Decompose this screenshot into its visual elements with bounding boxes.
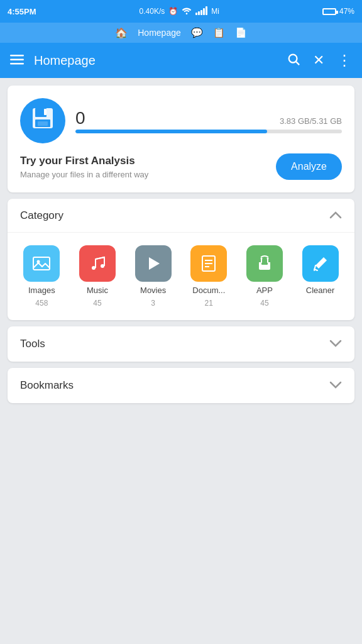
svg-rect-2 [10,58,24,60]
cleaner-label: Cleaner [306,286,335,295]
docs-label: Docum... [192,286,225,295]
category-toggle-icon[interactable] [329,209,342,222]
app-title: Homepage [34,53,277,68]
tools-card: Tools [8,326,354,362]
main-content: 0 3.83 GB/5.31 GB Try your First Analysi… [0,78,362,411]
images-count: 458 [35,299,48,308]
svg-point-25 [266,258,268,260]
category-title: Category [20,209,63,222]
svg-point-23 [260,258,262,260]
svg-line-5 [296,62,299,65]
cleaner-icon-wrapper [302,245,339,282]
svg-point-14 [101,264,104,268]
header-actions: ✕ ⋮ [287,52,352,69]
analysis-title: Try your First Analysis [20,155,148,167]
status-center: 0.40K/s ⏰ Mi [140,6,219,17]
bookmarks-header[interactable]: Bookmarks [8,368,354,403]
music-label: Music [87,286,108,295]
homepage-notif-label: Homepage [138,28,181,38]
svg-rect-10 [38,121,48,126]
docs-count: 21 [205,299,213,308]
signal-icon [195,6,207,17]
battery-percent: 47% [339,7,354,16]
storage-card: 0 3.83 GB/5.31 GB Try your First Analysi… [8,86,354,192]
status-right: 47% [322,7,354,16]
storage-header: 0 3.83 GB/5.31 GB [20,98,342,143]
svg-point-13 [92,266,96,270]
movies-count: 3 [151,299,155,308]
app-count: 45 [260,299,268,308]
bookmarks-title: Bookmarks [20,379,74,392]
docs-icon-wrapper [190,245,227,282]
category-card: Category Images 458 [8,199,354,320]
music-icon-wrapper [79,245,116,282]
images-label: Images [28,286,55,295]
category-item-movies[interactable]: Movies 3 [131,245,175,308]
category-item-images[interactable]: Images 458 [19,245,63,308]
analysis-section: Try your First Analysis Manage your file… [20,153,342,180]
app-label: APP [256,286,273,295]
tools-toggle-icon[interactable] [329,338,342,350]
svg-line-15 [96,257,104,259]
music-count: 45 [93,299,101,308]
storage-total: 3.83 GB/5.31 GB [280,116,342,126]
svg-point-0 [186,13,188,14]
menu-icon[interactable] [10,53,24,68]
home-notif-icon: 🏠 [115,27,128,39]
search-icon[interactable] [287,52,300,69]
analysis-text: Try your First Analysis Manage your file… [20,155,148,179]
alarm-icon: ⏰ [168,7,178,16]
images-icon-wrapper [23,245,60,282]
svg-rect-1 [10,55,24,57]
category-grid: Images 458 Music 45 [8,233,354,320]
bookmarks-toggle-icon[interactable] [329,380,342,391]
svg-rect-8 [44,109,47,115]
category-item-documents[interactable]: Docum... 21 [187,245,231,308]
analyze-button[interactable]: Analyze [276,153,342,180]
analysis-subtitle: Manage your files in a different way [20,170,148,179]
movies-label: Movies [140,286,166,295]
close-icon[interactable]: ✕ [313,52,324,69]
battery-icon [322,8,336,15]
app-icon-wrapper [246,245,283,282]
chat-icon2: 📋 [213,27,225,38]
movies-icon-wrapper [135,245,172,282]
svg-rect-3 [10,63,24,65]
storage-bar-fill [75,130,267,133]
bookmarks-card: Bookmarks [8,368,354,403]
storage-icon-circle [20,98,65,143]
wifi-icon [182,7,192,16]
files-icon: 📄 [235,27,247,38]
network-speed: 0.40K/s [140,7,165,16]
more-icon[interactable]: ⋮ [337,53,352,68]
svg-point-4 [289,54,297,62]
app-header: Homepage ✕ ⋮ [0,43,362,78]
storage-right-info: 0 3.83 GB/5.31 GB [75,108,342,133]
category-item-music[interactable]: Music 45 [75,245,119,308]
notif-bar: 🏠 Homepage 💬 📋 📄 [0,23,362,43]
svg-rect-21 [261,262,268,265]
category-header[interactable]: Category [8,199,354,233]
storage-used: 0 [75,108,85,128]
tools-header[interactable]: Tools [8,326,354,362]
tools-title: Tools [20,338,45,350]
svg-marker-16 [149,257,160,270]
storage-progress-bar [75,130,342,133]
floppy-disk-icon [30,106,55,136]
status-bar: 4:55PM 0.40K/s ⏰ Mi 47% [0,0,362,23]
category-item-app[interactable]: APP 45 [243,245,287,308]
status-time: 4:55PM [8,7,36,16]
svg-rect-11 [33,257,50,270]
chat-icon1: 💬 [191,27,203,38]
category-item-cleaner[interactable]: Cleaner [299,245,343,308]
mi-label: Mi [211,7,219,16]
